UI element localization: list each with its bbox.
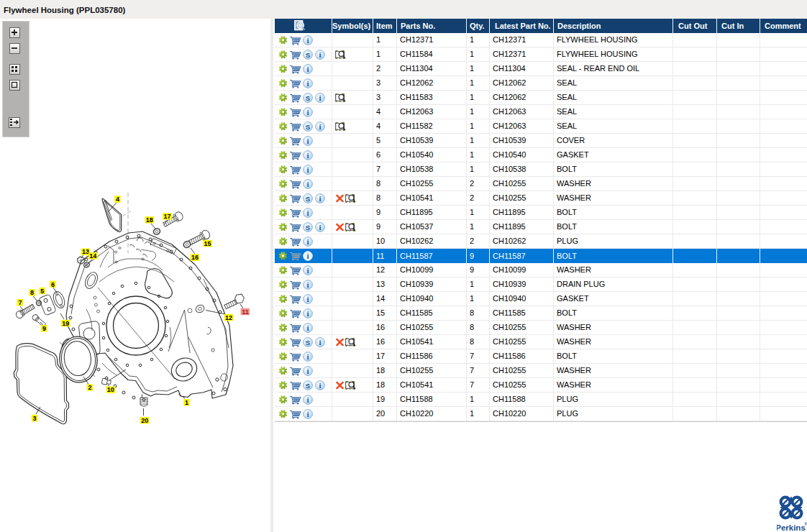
svg-text:7: 7 (18, 299, 22, 306)
svg-text:13: 13 (82, 248, 89, 255)
svg-text:14: 14 (89, 252, 96, 260)
svg-text:18: 18 (146, 216, 153, 224)
svg-text:16: 16 (191, 254, 199, 261)
svg-text:1: 1 (185, 399, 188, 406)
svg-text:Perkins: Perkins (777, 523, 806, 532)
svg-text:2: 2 (88, 384, 91, 391)
svg-text:12: 12 (225, 314, 232, 321)
svg-text:4: 4 (116, 196, 119, 203)
svg-text:®: ® (805, 522, 807, 526)
svg-text:8: 8 (30, 289, 34, 296)
svg-text:15: 15 (204, 240, 211, 247)
svg-text:17: 17 (163, 213, 170, 220)
svg-text:19: 19 (62, 320, 69, 327)
svg-text:11: 11 (242, 308, 249, 316)
svg-text:5: 5 (40, 288, 44, 295)
svg-text:9: 9 (42, 325, 46, 332)
svg-text:3: 3 (32, 415, 36, 422)
svg-text:20: 20 (141, 417, 148, 424)
svg-text:6: 6 (51, 281, 55, 288)
svg-text:10: 10 (107, 386, 114, 393)
